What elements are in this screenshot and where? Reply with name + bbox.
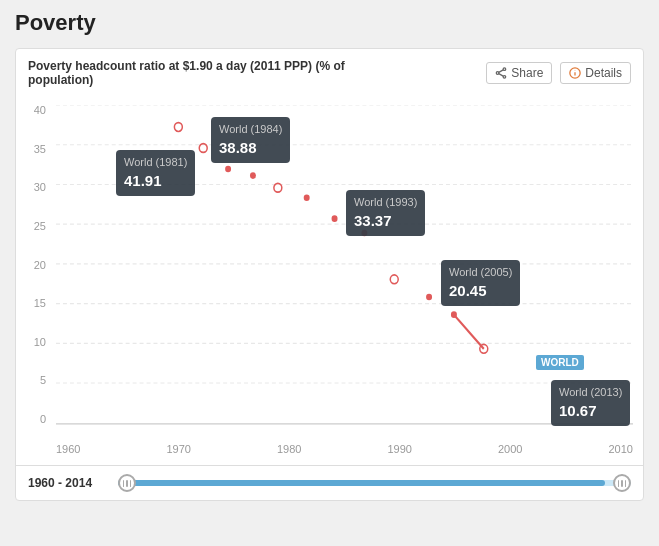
x-label-2010: 2010 [609, 443, 633, 455]
share-label: Share [511, 66, 543, 80]
x-label-1990: 1990 [388, 443, 412, 455]
svg-point-1 [503, 76, 506, 79]
y-label-40: 40 [16, 105, 51, 116]
details-label: Details [585, 66, 622, 80]
slider-track[interactable] [118, 480, 631, 486]
chart-title: Poverty headcount ratio at $1.90 a day (… [28, 59, 388, 87]
y-label-30: 30 [16, 182, 51, 193]
svg-point-2 [497, 72, 500, 75]
slider-label: 1960 - 2014 [28, 476, 108, 490]
chart-header: Poverty headcount ratio at $1.90 a day (… [16, 59, 643, 95]
info-icon [569, 67, 581, 79]
chart-card: Poverty headcount ratio at $1.90 a day (… [15, 48, 644, 501]
slider-fill [118, 480, 605, 486]
svg-point-21 [274, 183, 282, 192]
chart-svg [56, 105, 633, 425]
handle-line [625, 480, 627, 487]
y-axis: 0 5 10 15 20 25 30 35 40 [16, 105, 51, 425]
svg-point-26 [426, 294, 432, 301]
handle-line [126, 480, 128, 487]
svg-point-19 [225, 166, 231, 173]
chart-actions: Share Details [486, 62, 631, 84]
share-icon [495, 67, 507, 79]
svg-point-20 [250, 172, 256, 179]
x-label-1960: 1960 [56, 443, 80, 455]
world-tag: WORLD [536, 355, 584, 370]
svg-point-23 [332, 215, 338, 222]
handle-lines-left [120, 476, 134, 490]
page-title: Poverty [15, 10, 644, 36]
handle-line [618, 480, 620, 487]
y-label-10: 10 [16, 337, 51, 348]
svg-point-22 [304, 194, 310, 201]
y-label-0: 0 [16, 414, 51, 425]
svg-point-7 [575, 70, 576, 71]
x-axis: 1960 1970 1980 1990 2000 2010 [56, 443, 633, 465]
x-label-2000: 2000 [498, 443, 522, 455]
handle-line [621, 480, 623, 487]
share-button[interactable]: Share [486, 62, 552, 84]
y-label-5: 5 [16, 375, 51, 386]
handle-line [123, 480, 125, 487]
svg-line-4 [499, 74, 503, 76]
svg-point-24 [361, 230, 367, 237]
page-container: Poverty Poverty headcount ratio at $1.90… [0, 0, 659, 546]
svg-point-0 [503, 68, 506, 71]
x-label-1970: 1970 [167, 443, 191, 455]
slider-area: 1960 - 2014 [16, 465, 643, 500]
svg-line-3 [499, 70, 503, 72]
chart-area: 0 5 10 15 20 25 30 35 40 1960 1970 1980 … [16, 95, 643, 465]
y-label-25: 25 [16, 221, 51, 232]
svg-point-17 [174, 123, 182, 132]
y-label-15: 15 [16, 298, 51, 309]
slider-handle-left[interactable] [118, 474, 136, 492]
y-label-20: 20 [16, 260, 51, 271]
slider-handle-right[interactable] [613, 474, 631, 492]
handle-lines-right [615, 476, 629, 490]
details-button[interactable]: Details [560, 62, 631, 84]
y-label-35: 35 [16, 144, 51, 155]
svg-point-25 [390, 275, 398, 284]
handle-line [130, 480, 132, 487]
x-label-1980: 1980 [277, 443, 301, 455]
